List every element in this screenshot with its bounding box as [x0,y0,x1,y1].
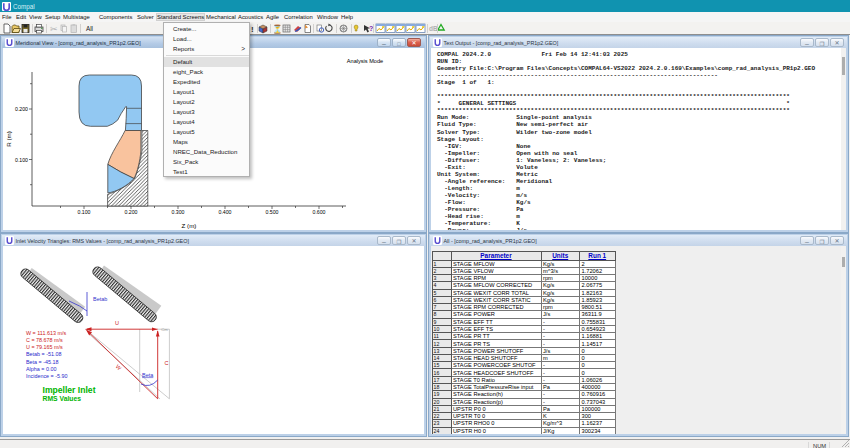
svg-text:0.400: 0.400 [219,209,232,215]
svg-text:0.100: 0.100 [78,209,91,215]
svg-text:Impeller Inlet: Impeller Inlet [43,385,96,395]
svg-text:Beta: Beta [142,372,154,378]
svg-text:0.200: 0.200 [15,106,28,112]
svg-text:✂: ✂ [50,24,58,34]
svg-text:C = 78.678 m/s: C = 78.678 m/s [26,337,63,343]
svg-text:0.500: 0.500 [266,209,279,215]
svg-text:RMS Values: RMS Values [43,395,82,402]
svg-text:R (m): R (m) [5,131,12,146]
svg-text:Z (m): Z (m) [182,222,197,229]
svg-text:0.300: 0.300 [172,209,185,215]
svg-text:W = 111.613 m/s: W = 111.613 m/s [26,330,66,336]
svg-text:0.600: 0.600 [313,209,326,215]
svg-text:Betab: Betab [93,296,107,302]
svg-text:U: U [115,320,119,326]
svg-text:U = 79.165 m/s: U = 79.165 m/s [26,344,63,350]
svg-text:C: C [165,360,169,366]
svg-text:Cm: Cm [161,327,168,332]
svg-text:Beta = -45.18: Beta = -45.18 [26,359,59,365]
svg-text:Incidence = -5.90: Incidence = -5.90 [26,373,68,379]
svg-text:0.100: 0.100 [15,157,28,163]
svg-text:Betab = -51.08: Betab = -51.08 [26,351,62,357]
svg-text:0.200: 0.200 [125,209,138,215]
svg-text:Alpha = 0.00: Alpha = 0.00 [26,366,56,372]
svg-text:Analysis Mode: Analysis Mode [347,58,383,64]
svg-text:⏳: ⏳ [272,24,283,35]
svg-text:!: ! [251,25,254,34]
